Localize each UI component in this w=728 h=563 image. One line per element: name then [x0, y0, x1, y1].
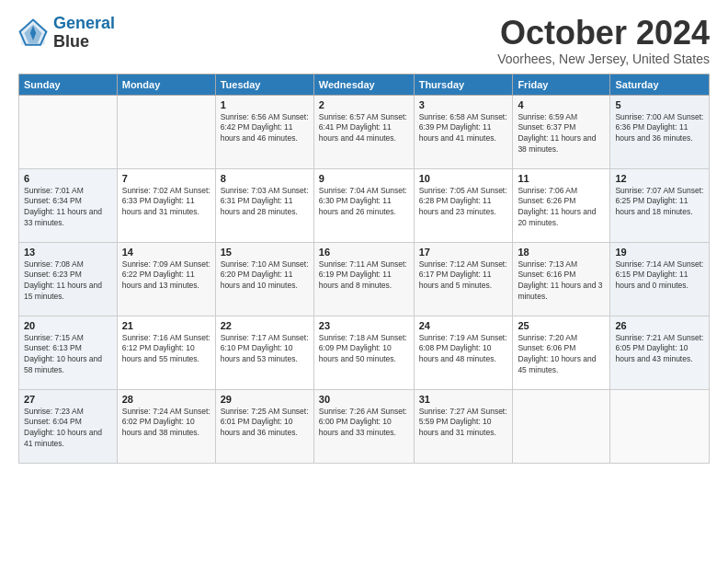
calendar-day: 28Sunrise: 7:24 AM Sunset: 6:02 PM Dayli… — [117, 389, 215, 463]
calendar-day — [513, 389, 610, 463]
day-info: Sunrise: 7:18 AM Sunset: 6:09 PM Dayligh… — [319, 333, 409, 366]
day-info: Sunrise: 7:00 AM Sunset: 6:36 PM Dayligh… — [615, 112, 704, 145]
calendar-day — [610, 389, 710, 463]
calendar-week-1: 1Sunrise: 6:56 AM Sunset: 6:42 PM Daylig… — [19, 95, 710, 168]
day-number: 30 — [319, 394, 409, 405]
day-number: 11 — [518, 173, 605, 184]
day-info: Sunrise: 7:25 AM Sunset: 6:01 PM Dayligh… — [221, 407, 309, 440]
day-number: 7 — [122, 173, 210, 184]
calendar-day: 27Sunrise: 7:23 AM Sunset: 6:04 PM Dayli… — [19, 389, 118, 463]
calendar-day: 4Sunrise: 6:59 AM Sunset: 6:37 PM Daylig… — [513, 95, 610, 168]
calendar-day: 18Sunrise: 7:13 AM Sunset: 6:16 PM Dayli… — [513, 242, 610, 316]
day-info: Sunrise: 7:26 AM Sunset: 6:00 PM Dayligh… — [319, 407, 409, 440]
day-number: 6 — [24, 173, 112, 184]
day-number: 5 — [615, 99, 704, 110]
logo: General Blue — [18, 15, 115, 52]
calendar-day: 25Sunrise: 7:20 AM Sunset: 6:06 PM Dayli… — [513, 316, 610, 389]
day-info: Sunrise: 7:21 AM Sunset: 6:05 PM Dayligh… — [615, 333, 704, 366]
calendar-day: 16Sunrise: 7:11 AM Sunset: 6:19 PM Dayli… — [313, 242, 414, 316]
day-number: 18 — [518, 247, 605, 258]
day-number: 31 — [419, 394, 508, 405]
day-info: Sunrise: 6:56 AM Sunset: 6:42 PM Dayligh… — [221, 112, 309, 145]
calendar-day: 6Sunrise: 7:01 AM Sunset: 6:34 PM Daylig… — [19, 168, 118, 242]
calendar-week-5: 27Sunrise: 7:23 AM Sunset: 6:04 PM Dayli… — [19, 389, 710, 463]
day-info: Sunrise: 7:07 AM Sunset: 6:25 PM Dayligh… — [615, 186, 704, 219]
day-info: Sunrise: 7:09 AM Sunset: 6:22 PM Dayligh… — [122, 259, 210, 293]
calendar-day: 7Sunrise: 7:02 AM Sunset: 6:33 PM Daylig… — [117, 168, 215, 242]
day-number: 19 — [615, 247, 704, 258]
calendar-day: 10Sunrise: 7:05 AM Sunset: 6:28 PM Dayli… — [414, 168, 513, 242]
day-info: Sunrise: 7:20 AM Sunset: 6:06 PM Dayligh… — [518, 333, 605, 377]
day-number: 28 — [122, 394, 210, 405]
day-number: 9 — [319, 173, 409, 184]
month-title: October 2024 — [497, 15, 710, 52]
day-info: Sunrise: 7:14 AM Sunset: 6:15 PM Dayligh… — [615, 259, 704, 293]
col-sunday: Sunday — [19, 74, 118, 95]
day-info: Sunrise: 7:04 AM Sunset: 6:30 PM Dayligh… — [319, 186, 409, 219]
day-number: 13 — [24, 247, 112, 258]
day-info: Sunrise: 6:57 AM Sunset: 6:41 PM Dayligh… — [319, 112, 409, 145]
calendar-day: 3Sunrise: 6:58 AM Sunset: 6:39 PM Daylig… — [414, 95, 513, 168]
day-number: 14 — [122, 247, 210, 258]
col-friday: Friday — [513, 74, 610, 95]
calendar-header-row: Sunday Monday Tuesday Wednesday Thursday… — [19, 74, 710, 95]
calendar-week-2: 6Sunrise: 7:01 AM Sunset: 6:34 PM Daylig… — [19, 168, 710, 242]
day-number: 10 — [419, 173, 508, 184]
calendar-week-3: 13Sunrise: 7:08 AM Sunset: 6:23 PM Dayli… — [19, 242, 710, 316]
calendar-day — [19, 95, 118, 168]
day-number: 22 — [221, 320, 309, 331]
calendar-day: 20Sunrise: 7:15 AM Sunset: 6:13 PM Dayli… — [19, 316, 118, 389]
day-number: 21 — [122, 320, 210, 331]
day-number: 27 — [24, 394, 112, 405]
day-number: 23 — [319, 320, 409, 331]
day-number: 20 — [24, 320, 112, 331]
header: General Blue October 2024 Voorhees, New … — [18, 15, 710, 66]
calendar-day: 8Sunrise: 7:03 AM Sunset: 6:31 PM Daylig… — [215, 168, 313, 242]
day-number: 29 — [221, 394, 309, 405]
day-info: Sunrise: 7:27 AM Sunset: 5:59 PM Dayligh… — [419, 407, 508, 440]
day-info: Sunrise: 7:08 AM Sunset: 6:23 PM Dayligh… — [24, 259, 112, 304]
col-monday: Monday — [117, 74, 215, 95]
day-info: Sunrise: 7:13 AM Sunset: 6:16 PM Dayligh… — [518, 259, 605, 304]
col-thursday: Thursday — [414, 74, 513, 95]
calendar-day: 30Sunrise: 7:26 AM Sunset: 6:00 PM Dayli… — [313, 389, 414, 463]
calendar-week-4: 20Sunrise: 7:15 AM Sunset: 6:13 PM Dayli… — [19, 316, 710, 389]
col-saturday: Saturday — [610, 74, 710, 95]
calendar-day: 13Sunrise: 7:08 AM Sunset: 6:23 PM Dayli… — [19, 242, 118, 316]
calendar-day: 11Sunrise: 7:06 AM Sunset: 6:26 PM Dayli… — [513, 168, 610, 242]
calendar-day — [117, 95, 215, 168]
calendar-day: 5Sunrise: 7:00 AM Sunset: 6:36 PM Daylig… — [610, 95, 710, 168]
day-number: 3 — [419, 99, 508, 110]
logo-line2: Blue — [53, 33, 115, 52]
day-info: Sunrise: 7:15 AM Sunset: 6:13 PM Dayligh… — [24, 333, 112, 377]
location: Voorhees, New Jersey, United States — [497, 52, 710, 66]
calendar-body: 1Sunrise: 6:56 AM Sunset: 6:42 PM Daylig… — [19, 95, 710, 463]
day-number: 16 — [319, 247, 409, 258]
calendar: Sunday Monday Tuesday Wednesday Thursday… — [18, 74, 710, 464]
logo-line1: General — [53, 14, 115, 32]
day-number: 25 — [518, 320, 605, 331]
calendar-day: 21Sunrise: 7:16 AM Sunset: 6:12 PM Dayli… — [117, 316, 215, 389]
day-number: 15 — [221, 247, 309, 258]
calendar-day: 14Sunrise: 7:09 AM Sunset: 6:22 PM Dayli… — [117, 242, 215, 316]
calendar-day: 24Sunrise: 7:19 AM Sunset: 6:08 PM Dayli… — [414, 316, 513, 389]
day-number: 2 — [319, 99, 409, 110]
calendar-day: 31Sunrise: 7:27 AM Sunset: 5:59 PM Dayli… — [414, 389, 513, 463]
calendar-day: 15Sunrise: 7:10 AM Sunset: 6:20 PM Dayli… — [215, 242, 313, 316]
day-info: Sunrise: 7:24 AM Sunset: 6:02 PM Dayligh… — [122, 407, 210, 440]
day-info: Sunrise: 7:10 AM Sunset: 6:20 PM Dayligh… — [221, 259, 309, 293]
calendar-day: 12Sunrise: 7:07 AM Sunset: 6:25 PM Dayli… — [610, 168, 710, 242]
day-info: Sunrise: 7:05 AM Sunset: 6:28 PM Dayligh… — [419, 186, 508, 219]
day-info: Sunrise: 7:02 AM Sunset: 6:33 PM Dayligh… — [122, 186, 210, 219]
calendar-day: 29Sunrise: 7:25 AM Sunset: 6:01 PM Dayli… — [215, 389, 313, 463]
day-info: Sunrise: 6:59 AM Sunset: 6:37 PM Dayligh… — [518, 112, 605, 156]
calendar-day: 26Sunrise: 7:21 AM Sunset: 6:05 PM Dayli… — [610, 316, 710, 389]
day-info: Sunrise: 7:23 AM Sunset: 6:04 PM Dayligh… — [24, 407, 112, 451]
day-number: 26 — [615, 320, 704, 331]
day-info: Sunrise: 7:16 AM Sunset: 6:12 PM Dayligh… — [122, 333, 210, 366]
calendar-day: 19Sunrise: 7:14 AM Sunset: 6:15 PM Dayli… — [610, 242, 710, 316]
calendar-day: 23Sunrise: 7:18 AM Sunset: 6:09 PM Dayli… — [313, 316, 414, 389]
day-info: Sunrise: 7:19 AM Sunset: 6:08 PM Dayligh… — [419, 333, 508, 366]
day-number: 8 — [221, 173, 309, 184]
day-info: Sunrise: 7:12 AM Sunset: 6:17 PM Dayligh… — [419, 259, 508, 293]
